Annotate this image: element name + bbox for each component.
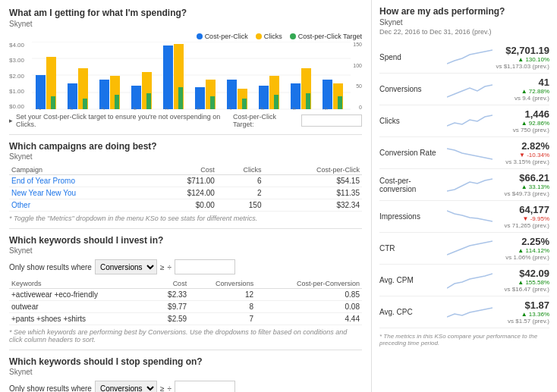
campaign-link-2[interactable]: New Year New You bbox=[11, 189, 76, 197]
metric-convrate-value: 2.82% bbox=[500, 140, 549, 152]
col-clicks[interactable]: Clicks bbox=[217, 165, 264, 175]
svg-rect-13 bbox=[163, 45, 173, 109]
col-campaign[interactable]: Campaign bbox=[9, 165, 151, 175]
metric-convrate-sparkline bbox=[447, 143, 497, 164]
col-keywords[interactable]: Keywords bbox=[9, 279, 152, 289]
legend-cpc[interactable]: Cost-per-Click bbox=[197, 33, 248, 40]
chart-legend: Cost-per-Click Clicks Cost-per-Click Tar… bbox=[9, 33, 362, 40]
col-conversions[interactable]: Conversions bbox=[189, 279, 256, 289]
kw-conv-2: 8 bbox=[189, 301, 256, 313]
filter-row-invest: Only show results where Conversions Clic… bbox=[9, 259, 362, 274]
svg-rect-34 bbox=[338, 96, 342, 109]
kw-invest-1: +activewear +eco-friendly bbox=[9, 289, 152, 301]
metric-imp-sparkline bbox=[447, 206, 497, 227]
legend-clicks-dot bbox=[256, 33, 262, 39]
metric-spend-sparkline bbox=[447, 47, 492, 68]
kw-conv-1: 12 bbox=[189, 289, 256, 301]
section3-account: Skynet bbox=[9, 246, 362, 255]
campaigns-table: Campaign Cost Clicks Cost-per-Click End … bbox=[9, 165, 362, 212]
svg-rect-21 bbox=[291, 83, 301, 109]
metric-avgcpc-value: $1.87 bbox=[500, 299, 549, 311]
campaign-link-1[interactable]: End of Year Promo bbox=[11, 177, 75, 185]
metric-ctr-sparkline bbox=[447, 238, 497, 259]
col-cpc[interactable]: Cost-per-Conversion bbox=[256, 279, 362, 289]
legend-cpc-label: Cost-per-Click bbox=[205, 33, 248, 40]
legend-clicks[interactable]: Clicks bbox=[256, 33, 282, 40]
table-row: End of Year Promo $711.00 6 $54.15 bbox=[9, 175, 362, 187]
metric-spend-value-block: $2,701.19 130.10% vs $1,173.03 (prev.) bbox=[496, 45, 549, 70]
metric-cpc-prev: vs $49.73 (prev.) bbox=[500, 190, 549, 197]
bar-chart-wrapper: $4.00 $3.00 $2.00 $1.00 $0.00 150 100 50… bbox=[9, 42, 362, 110]
svg-rect-31 bbox=[242, 99, 247, 109]
metric-clicks: Clicks 1,446 92.86% vs 750 (prev.) bbox=[379, 105, 549, 137]
right-title: How are my ads performing? bbox=[379, 6, 549, 17]
filter-label-invest: Only show results where bbox=[9, 263, 92, 271]
filter-label-stop: Only show results where bbox=[9, 384, 92, 393]
campaign-link-3[interactable]: Other bbox=[11, 201, 30, 209]
metric-conv-value: 41 bbox=[500, 77, 549, 88]
right-footnote: * The metrics in this KSo compare your p… bbox=[379, 333, 549, 347]
cpc-target-input[interactable] bbox=[301, 114, 362, 127]
kw-cpc-3: 4.44 bbox=[256, 313, 362, 325]
metric-spend-name: Spend bbox=[379, 53, 444, 61]
section-spending: What am I getting for what I'm spending?… bbox=[9, 8, 362, 128]
section-keywords-stop: Which keywords should I stop spending on… bbox=[9, 356, 362, 392]
metric-ctr-name: CTR bbox=[379, 244, 444, 252]
section-keywords-invest: Which keywords should I invest in? Skyne… bbox=[9, 235, 362, 343]
kw-cost-2: $9.77 bbox=[152, 301, 189, 313]
kw-invest-2: outwear bbox=[9, 301, 152, 313]
filter-separator: ÷ bbox=[167, 263, 172, 271]
kw-conv-3: 7 bbox=[189, 313, 256, 325]
metric-cpm-value: $42.09 bbox=[500, 268, 549, 279]
svg-rect-5 bbox=[36, 75, 46, 109]
metric-conv-sparkline bbox=[447, 79, 497, 100]
metric-convrate-value-block: 2.82% -10.34% vs 3.15% (prev.) bbox=[500, 140, 549, 165]
svg-rect-26 bbox=[83, 99, 87, 109]
metric-imp-value-block: 64,177 -9.95% vs 71,265 (prev.) bbox=[500, 204, 549, 229]
col-cost[interactable]: Cost bbox=[152, 279, 189, 289]
metric-cpm-prev: vs $16.47 (prev.) bbox=[500, 286, 549, 293]
right-account: Skynet bbox=[379, 18, 549, 27]
filter-value-invest[interactable] bbox=[175, 259, 235, 274]
filter-select-invest[interactable]: Conversions Clicks Cost bbox=[95, 259, 157, 274]
y-axis-left: $4.00 $3.00 $2.00 $1.00 $0.00 bbox=[9, 42, 30, 110]
metric-ctr-value-block: 2.25% 114.12% vs 1.06% (prev.) bbox=[500, 236, 549, 261]
metric-spend-change: 130.10% bbox=[496, 56, 549, 63]
right-panel: How are my ads performing? Skynet Dec 22… bbox=[372, 0, 557, 392]
section-campaigns: Which campaigns are doing best? Skynet C… bbox=[9, 141, 362, 222]
campaigns-footnote: * Toggle the "Metrics" dropdown in the m… bbox=[9, 215, 362, 222]
metric-conv-change: 72.88% bbox=[500, 88, 549, 95]
metric-cpm-change: 155.58% bbox=[500, 279, 549, 286]
kw-cost-3: $2.59 bbox=[152, 313, 189, 325]
col-cost[interactable]: Cost bbox=[151, 165, 217, 175]
metric-imp-prev: vs 71,265 (prev.) bbox=[500, 222, 549, 229]
metric-clicks-value: 1,446 bbox=[500, 108, 549, 120]
metric-spend-prev: vs $1,173.03 (prev.) bbox=[496, 63, 549, 70]
filter-select-stop[interactable]: Conversions Clicks Cost bbox=[95, 381, 157, 392]
campaign-cpc-2: $11.35 bbox=[263, 187, 362, 199]
metric-avgcpc-name: Avg. CPC bbox=[379, 308, 444, 316]
metric-avgcpc-value-block: $1.87 13.36% vs $1.57 (prev.) bbox=[500, 299, 549, 325]
campaign-cpc-1: $54.15 bbox=[263, 175, 362, 187]
metric-avgcpc-prev: vs $1.57 (prev.) bbox=[500, 318, 549, 325]
metric-imp-name: Impressions bbox=[379, 212, 444, 221]
svg-rect-7 bbox=[68, 83, 77, 109]
svg-rect-27 bbox=[115, 95, 119, 109]
campaign-clicks-1: 6 bbox=[217, 175, 264, 187]
cpc-target-row: ▸ Set your Cost-per-Click target to ensu… bbox=[9, 113, 362, 128]
metric-clicks-change: 92.86% bbox=[500, 120, 549, 127]
filter-gte: ≥ bbox=[160, 263, 165, 271]
campaign-cost-2: $124.00 bbox=[151, 187, 217, 199]
metric-convrate-change: -10.34% bbox=[500, 152, 549, 158]
filter-value-stop[interactable] bbox=[175, 381, 235, 392]
col-cpc[interactable]: Cost-per-Click bbox=[263, 165, 362, 175]
svg-rect-25 bbox=[51, 96, 55, 109]
legend-cpc-target[interactable]: Cost-per-Click Target bbox=[290, 33, 362, 40]
metric-ctr-change: 114.12% bbox=[500, 247, 549, 254]
metric-cpm: Avg. CPM $42.09 155.58% vs $16.47 (prev.… bbox=[379, 265, 549, 296]
metric-ctr-prev: vs 1.06% (prev.) bbox=[500, 254, 549, 261]
y-axis-right: 150 100 50 0 bbox=[347, 42, 362, 110]
metric-clicks-sparkline bbox=[447, 111, 497, 132]
metric-cpc-change: 33.13% bbox=[500, 183, 549, 190]
svg-rect-23 bbox=[323, 80, 332, 109]
